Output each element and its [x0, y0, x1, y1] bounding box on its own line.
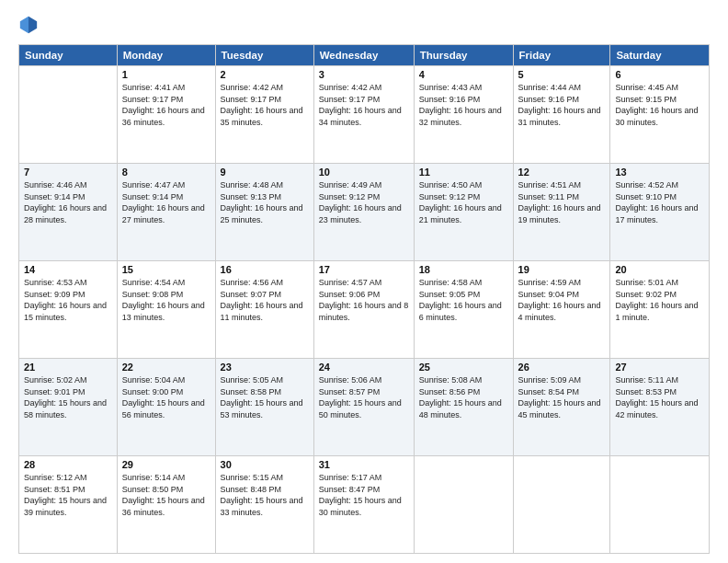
day-info: Sunrise: 4:43 AMSunset: 9:16 PMDaylight:…	[419, 83, 502, 127]
table-row: 14 Sunrise: 4:53 AMSunset: 9:09 PMDaylig…	[19, 261, 118, 359]
day-info: Sunrise: 4:49 AMSunset: 9:12 PMDaylight:…	[319, 180, 402, 224]
day-info: Sunrise: 4:52 AMSunset: 9:10 PMDaylight:…	[615, 180, 698, 224]
day-info: Sunrise: 4:51 AMSunset: 9:11 PMDaylight:…	[518, 180, 601, 224]
day-info: Sunrise: 4:48 AMSunset: 9:13 PMDaylight:…	[221, 180, 303, 224]
day-number: 31	[319, 459, 409, 470]
day-number: 6	[615, 69, 704, 80]
col-tuesday: Tuesday	[215, 45, 313, 66]
day-number: 28	[24, 459, 112, 470]
table-row: 7 Sunrise: 4:46 AMSunset: 9:14 PMDayligh…	[19, 164, 118, 261]
day-number: 2	[221, 69, 309, 80]
day-info: Sunrise: 4:57 AMSunset: 9:06 PMDaylight:…	[319, 278, 409, 322]
day-info: Sunrise: 4:44 AMSunset: 9:16 PMDaylight:…	[518, 83, 601, 127]
table-row: 12 Sunrise: 4:51 AMSunset: 9:11 PMDaylig…	[513, 164, 610, 261]
col-saturday: Saturday	[610, 45, 710, 66]
logo	[18, 17, 42, 37]
calendar-week-row: 7 Sunrise: 4:46 AMSunset: 9:14 PMDayligh…	[19, 164, 710, 261]
day-number: 16	[221, 264, 309, 275]
table-row: 17 Sunrise: 4:57 AMSunset: 9:06 PMDaylig…	[313, 261, 414, 359]
day-info: Sunrise: 5:09 AMSunset: 8:54 PMDaylight:…	[518, 375, 601, 419]
table-row: 4 Sunrise: 4:43 AMSunset: 9:16 PMDayligh…	[414, 66, 513, 164]
table-row: 31 Sunrise: 5:17 AMSunset: 8:47 PMDaylig…	[313, 456, 414, 554]
day-info: Sunrise: 4:45 AMSunset: 9:15 PMDaylight:…	[615, 83, 698, 127]
day-number: 18	[419, 264, 508, 275]
day-info: Sunrise: 5:04 AMSunset: 9:00 PMDaylight:…	[122, 375, 205, 419]
table-row: 18 Sunrise: 4:58 AMSunset: 9:05 PMDaylig…	[414, 261, 513, 359]
day-number: 22	[122, 362, 210, 373]
day-info: Sunrise: 4:56 AMSunset: 9:07 PMDaylight:…	[221, 278, 303, 322]
table-row: 30 Sunrise: 5:15 AMSunset: 8:48 PMDaylig…	[215, 456, 313, 554]
table-row	[610, 456, 710, 554]
day-info: Sunrise: 5:17 AMSunset: 8:47 PMDaylight:…	[319, 473, 402, 517]
day-number: 21	[24, 362, 112, 373]
day-info: Sunrise: 4:41 AMSunset: 9:17 PMDaylight:…	[122, 83, 205, 127]
day-number: 24	[319, 362, 409, 373]
table-row: 8 Sunrise: 4:47 AMSunset: 9:14 PMDayligh…	[117, 164, 215, 261]
day-number: 1	[122, 69, 210, 80]
col-thursday: Thursday	[414, 45, 513, 66]
table-row: 26 Sunrise: 5:09 AMSunset: 8:54 PMDaylig…	[513, 359, 610, 456]
table-row: 1 Sunrise: 4:41 AMSunset: 9:17 PMDayligh…	[117, 66, 215, 164]
svg-marker-0	[28, 17, 37, 33]
day-number: 9	[221, 167, 309, 178]
day-info: Sunrise: 4:50 AMSunset: 9:12 PMDaylight:…	[419, 180, 502, 224]
day-number: 4	[419, 69, 508, 80]
day-info: Sunrise: 4:58 AMSunset: 9:05 PMDaylight:…	[419, 278, 502, 322]
table-row: 11 Sunrise: 4:50 AMSunset: 9:12 PMDaylig…	[414, 164, 513, 261]
day-info: Sunrise: 4:47 AMSunset: 9:14 PMDaylight:…	[122, 180, 205, 224]
day-info: Sunrise: 4:59 AMSunset: 9:04 PMDaylight:…	[518, 278, 601, 322]
table-row: 5 Sunrise: 4:44 AMSunset: 9:16 PMDayligh…	[513, 66, 610, 164]
day-info: Sunrise: 4:42 AMSunset: 9:17 PMDaylight:…	[221, 83, 303, 127]
day-number: 20	[615, 264, 704, 275]
day-number: 3	[319, 69, 409, 80]
day-number: 15	[122, 264, 210, 275]
table-row: 15 Sunrise: 4:54 AMSunset: 9:08 PMDaylig…	[117, 261, 215, 359]
table-row: 28 Sunrise: 5:12 AMSunset: 8:51 PMDaylig…	[19, 456, 118, 554]
day-info: Sunrise: 5:11 AMSunset: 8:53 PMDaylight:…	[615, 375, 698, 419]
day-info: Sunrise: 4:53 AMSunset: 9:09 PMDaylight:…	[24, 278, 107, 322]
calendar-table: Sunday Monday Tuesday Wednesday Thursday…	[18, 44, 710, 554]
table-row: 20 Sunrise: 5:01 AMSunset: 9:02 PMDaylig…	[610, 261, 710, 359]
table-row: 27 Sunrise: 5:11 AMSunset: 8:53 PMDaylig…	[610, 359, 710, 456]
day-number: 19	[518, 264, 606, 275]
day-info: Sunrise: 4:46 AMSunset: 9:14 PMDaylight:…	[24, 180, 107, 224]
day-info: Sunrise: 5:01 AMSunset: 9:02 PMDaylight:…	[615, 278, 698, 322]
day-number: 5	[518, 69, 606, 80]
page: Sunday Monday Tuesday Wednesday Thursday…	[0, 0, 728, 563]
col-monday: Monday	[117, 45, 215, 66]
calendar-week-row: 21 Sunrise: 5:02 AMSunset: 9:01 PMDaylig…	[19, 359, 710, 456]
day-number: 27	[615, 362, 704, 373]
table-row: 3 Sunrise: 4:42 AMSunset: 9:17 PMDayligh…	[313, 66, 414, 164]
day-info: Sunrise: 4:42 AMSunset: 9:17 PMDaylight:…	[319, 83, 402, 127]
day-info: Sunrise: 5:06 AMSunset: 8:57 PMDaylight:…	[319, 375, 402, 419]
table-row: 6 Sunrise: 4:45 AMSunset: 9:15 PMDayligh…	[610, 66, 710, 164]
table-row	[513, 456, 610, 554]
calendar-week-row: 14 Sunrise: 4:53 AMSunset: 9:09 PMDaylig…	[19, 261, 710, 359]
calendar-header-row: Sunday Monday Tuesday Wednesday Thursday…	[19, 45, 710, 66]
day-info: Sunrise: 5:12 AMSunset: 8:51 PMDaylight:…	[24, 473, 107, 517]
day-number: 13	[615, 167, 704, 178]
day-number: 7	[24, 167, 112, 178]
svg-marker-1	[20, 17, 28, 33]
day-number: 12	[518, 167, 606, 178]
table-row: 10 Sunrise: 4:49 AMSunset: 9:12 PMDaylig…	[313, 164, 414, 261]
day-info: Sunrise: 5:14 AMSunset: 8:50 PMDaylight:…	[122, 473, 205, 517]
table-row: 13 Sunrise: 4:52 AMSunset: 9:10 PMDaylig…	[610, 164, 710, 261]
day-number: 17	[319, 264, 409, 275]
table-row: 24 Sunrise: 5:06 AMSunset: 8:57 PMDaylig…	[313, 359, 414, 456]
day-info: Sunrise: 5:05 AMSunset: 8:58 PMDaylight:…	[221, 375, 303, 419]
table-row	[414, 456, 513, 554]
table-row: 21 Sunrise: 5:02 AMSunset: 9:01 PMDaylig…	[19, 359, 118, 456]
day-number: 23	[221, 362, 309, 373]
day-number: 10	[319, 167, 409, 178]
day-number: 14	[24, 264, 112, 275]
table-row: 22 Sunrise: 5:04 AMSunset: 9:00 PMDaylig…	[117, 359, 215, 456]
table-row: 2 Sunrise: 4:42 AMSunset: 9:17 PMDayligh…	[215, 66, 313, 164]
table-row: 25 Sunrise: 5:08 AMSunset: 8:56 PMDaylig…	[414, 359, 513, 456]
day-info: Sunrise: 4:54 AMSunset: 9:08 PMDaylight:…	[122, 278, 205, 322]
day-number: 11	[419, 167, 508, 178]
day-number: 25	[419, 362, 508, 373]
header	[18, 17, 710, 37]
col-wednesday: Wednesday	[313, 45, 414, 66]
day-info: Sunrise: 5:02 AMSunset: 9:01 PMDaylight:…	[24, 375, 107, 419]
